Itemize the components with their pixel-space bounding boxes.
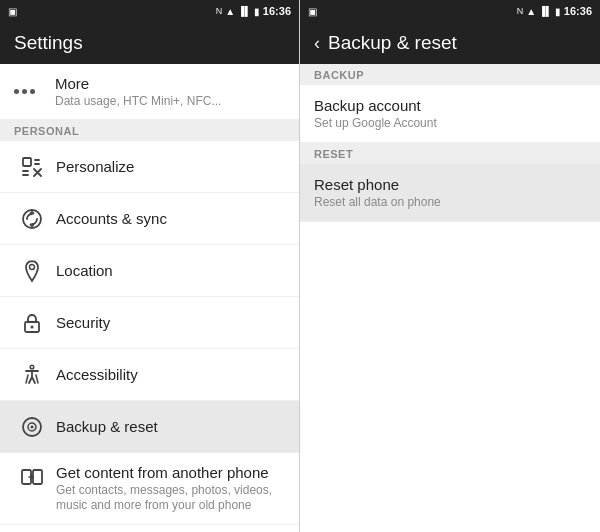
nfc-icon: N [216,6,223,16]
security-icon [14,311,50,335]
get-content-subtitle: Get contacts, messages, photos, videos, … [56,483,285,514]
menu-item-security[interactable]: Security [0,297,299,349]
right-header: ‹ Backup & reset [300,22,600,64]
more-item[interactable]: More Data usage, HTC Mini+, NFC... [0,64,299,120]
accessibility-text: Accessibility [50,365,285,385]
accounts-sync-text: Accounts & sync [50,209,285,229]
reset-phone-item[interactable]: Reset phone Reset all data on phone [300,164,600,222]
right-nfc-icon: N [517,6,524,16]
get-content-text: Get content from another phone Get conta… [50,463,285,514]
svg-rect-10 [33,470,42,484]
right-status-right: N ▲ ▐▌ ▮ 16:36 [517,5,592,17]
left-header: Settings [0,22,299,64]
left-status-right: N ▲ ▐▌ ▮ 16:36 [216,5,291,17]
accounts-sync-title: Accounts & sync [56,209,285,229]
svg-rect-0 [23,158,31,166]
backup-account-title: Backup account [314,97,586,114]
accessibility-title: Accessibility [56,365,285,385]
right-status-bar: ▣ N ▲ ▐▌ ▮ 16:36 [300,0,600,22]
battery-icon: ▮ [254,6,260,17]
settings-title: Settings [14,32,83,54]
more-title: More [55,74,285,94]
backup-account-item[interactable]: Backup account Set up Google Account [300,85,600,143]
svg-point-2 [30,264,35,269]
location-title: Location [56,261,285,281]
menu-item-get-content[interactable]: Get content from another phone Get conta… [0,453,299,525]
backup-reset-text: Backup & reset [50,417,285,437]
sim-icon: ▣ [8,6,17,17]
accessibility-icon [14,363,50,387]
backup-section-label: BACKUP [300,64,600,85]
menu-item-accessibility[interactable]: Accessibility [0,349,299,401]
personal-section-label: PERSONAL [0,120,299,141]
location-text: Location [50,261,285,281]
left-time: 16:36 [263,5,291,17]
menu-item-location[interactable]: Location [0,245,299,297]
more-subtitle: Data usage, HTC Mini+, NFC... [55,94,285,110]
signal-icon: ▐▌ [238,6,251,16]
right-time: 16:36 [564,5,592,17]
menu-item-personalize[interactable]: Personalize [0,141,299,193]
left-panel: ▣ N ▲ ▐▌ ▮ 16:36 Settings More Data usag… [0,0,300,532]
left-status-bar: ▣ N ▲ ▐▌ ▮ 16:36 [0,0,299,22]
left-status-left: ▣ [8,6,17,17]
menu-item-backup-reset[interactable]: Backup & reset [0,401,299,453]
backup-account-subtitle: Set up Google Account [314,116,586,130]
right-signal-icon: ▐▌ [539,6,552,16]
reset-phone-title: Reset phone [314,176,586,193]
personalize-title: Personalize [56,157,285,177]
svg-point-5 [30,365,34,369]
menu-item-accounts-sync[interactable]: Accounts & sync [0,193,299,245]
reset-phone-subtitle: Reset all data on phone [314,195,586,209]
back-button[interactable]: ‹ [314,33,320,54]
backup-reset-icon [14,415,50,439]
security-title: Security [56,313,285,333]
reset-section-label: RESET [300,143,600,164]
right-status-left: ▣ [308,6,317,17]
right-sim-icon: ▣ [308,6,317,17]
right-panel: ▣ N ▲ ▐▌ ▮ 16:36 ‹ Backup & reset BACKUP… [300,0,600,532]
personalize-icon [14,155,50,179]
backup-reset-title: Backup & reset [56,417,285,437]
more-text: More Data usage, HTC Mini+, NFC... [49,74,285,109]
security-text: Security [50,313,285,333]
more-icon [14,89,35,94]
backup-reset-header-title: Backup & reset [328,32,457,54]
get-content-title: Get content from another phone [56,463,285,483]
accounts-sync-icon [14,207,50,231]
right-wifi-icon: ▲ [526,6,536,17]
right-battery-icon: ▮ [555,6,561,17]
svg-point-8 [31,425,34,428]
personalize-text: Personalize [50,157,285,177]
svg-point-4 [31,325,34,328]
location-icon [14,259,50,283]
transfer-icon [14,463,50,489]
wifi-icon: ▲ [225,6,235,17]
